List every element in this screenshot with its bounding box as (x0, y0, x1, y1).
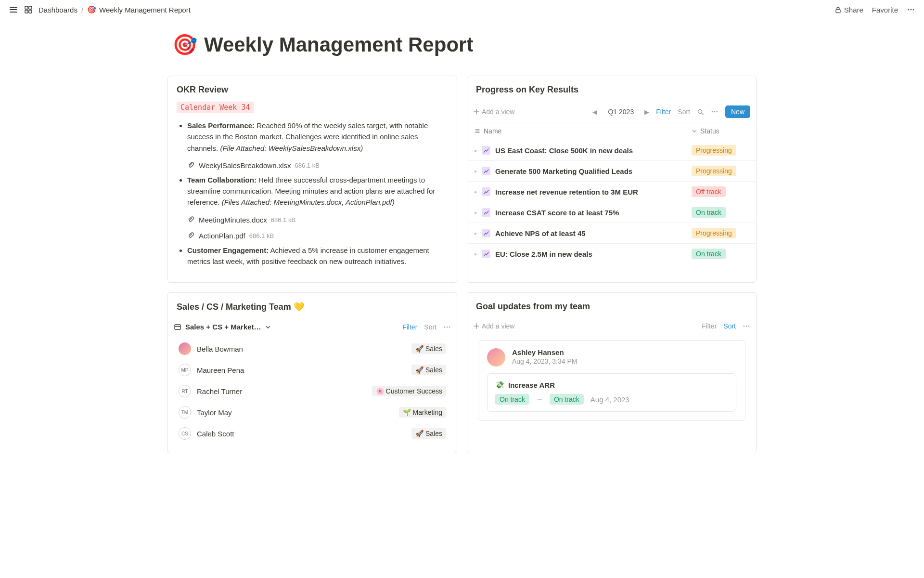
kr-name: ●EU: Close 2.5M in new deals (474, 250, 692, 258)
avatar: RT (179, 385, 191, 397)
okr-review-body: Calendar Week 34 Sales Performance: Reac… (168, 102, 457, 280)
tag-emoji: 🚀 (415, 345, 424, 353)
tag-label: Sales (425, 430, 442, 437)
svg-rect-3 (29, 10, 32, 13)
updates-toolbar: Add a view Filter Sort (467, 318, 756, 334)
breadcrumb: Dashboards / 🎯 Weekly Management Report (38, 5, 191, 14)
okr-item: Sales Performance: Reached 90% of the we… (187, 120, 448, 154)
kr-row[interactable]: ●Generate 500 Marketing Qualified LeadsP… (467, 161, 756, 182)
kr-status: On track (692, 249, 749, 259)
bullet-icon: ● (474, 251, 477, 257)
tag-emoji: 🌱 (403, 408, 411, 416)
team-card: Sales / CS / Marketing Team 💛 Sales + CS… (167, 292, 457, 453)
page-title: 🎯 Weekly Management Report (172, 33, 757, 56)
tag-label: Sales (425, 366, 442, 374)
dashboards-icon[interactable] (24, 5, 33, 14)
team-view-selector[interactable]: Sales + CS + Market… (174, 323, 271, 331)
updates-filter-button[interactable]: Filter (702, 322, 717, 330)
bullet-icon: ● (474, 148, 477, 153)
menu-icon[interactable] (9, 5, 18, 14)
attachment[interactable]: ActionPlan.pdf686.1 kB (187, 229, 448, 245)
col-name-label[interactable]: Name (484, 127, 501, 135)
breadcrumb-current-label: Weekly Management Report (99, 6, 191, 14)
kr-row[interactable]: ●Achieve NPS of at least 45Progressing (467, 223, 756, 244)
kr-row[interactable]: ●Increase net revenue retention to 3M EU… (467, 182, 756, 202)
sort-button[interactable]: Sort (678, 108, 690, 116)
col-status-label[interactable]: Status (700, 127, 719, 135)
svg-point-16 (744, 326, 745, 327)
kr-row[interactable]: ●EU: Close 2.5M in new dealsOn track (467, 244, 756, 264)
calendar-week-badge: Calendar Week 34 (177, 102, 254, 113)
chart-icon (482, 167, 490, 175)
chart-icon (482, 146, 490, 155)
update-inner: 💸 Increase ARR On track → On track Aug 4… (487, 373, 736, 412)
filter-button[interactable]: Filter (656, 108, 671, 116)
okr-review-title: OKR Review (168, 76, 457, 102)
page-emoji[interactable]: 🎯 (172, 33, 197, 56)
attachment[interactable]: WeekylSalesBreakdown.xlsx686.1 kB (187, 158, 448, 174)
team-row[interactable]: RTRachel Turner🌸Customer Success (177, 381, 448, 402)
attachment-name: MeetingMinutes.docx (199, 216, 267, 224)
update-entry[interactable]: Ashley Hansen Aug 4, 2023, 3:34 PM 💸 Inc… (478, 340, 745, 421)
updates-sort-button[interactable]: Sort (723, 322, 736, 330)
svg-rect-4 (836, 9, 840, 13)
updates-add-view-button[interactable]: Add a view (473, 322, 514, 330)
kr-status: On track (692, 207, 749, 218)
team-row[interactable]: CSCaleb Scott🚀Sales (177, 423, 448, 444)
breadcrumb-current[interactable]: 🎯 Weekly Management Report (87, 5, 191, 14)
topbar: Dashboards / 🎯 Weekly Management Report … (0, 0, 924, 19)
tag-emoji: 🚀 (415, 430, 424, 437)
goal-emoji: 💸 (495, 381, 504, 389)
update-date: Aug 4, 2023 (590, 395, 629, 404)
chevron-down-icon (692, 128, 697, 134)
kr-toolbar: Add a view ◀ Q1 2023 ▶ Filter Sort New (467, 102, 756, 122)
status-badge: On track (692, 249, 726, 259)
attachment-size: 686.1 kB (295, 162, 319, 169)
share-button[interactable]: Share (834, 6, 863, 14)
more-icon[interactable] (711, 108, 719, 116)
page-title-text: Weekly Management Report (204, 33, 473, 56)
status-badge: Off track (692, 186, 726, 197)
team-filter-button[interactable]: Filter (402, 323, 417, 331)
kr-row[interactable]: ●Increase CSAT score to at least 75%On t… (467, 202, 756, 223)
attachment-name: ActionPlan.pdf (199, 232, 245, 240)
attachment[interactable]: MeetingMinutes.docx686.1 kB (187, 213, 448, 229)
attachment-name: WeekylSalesBreakdown.xlsx (199, 161, 291, 170)
svg-point-9 (712, 111, 713, 113)
kr-name-text: EU: Close 2.5M in new deals (495, 250, 592, 258)
member-tag: 🚀Sales (411, 365, 446, 375)
team-toolbar: Sales + CS + Market… Filter Sort (168, 319, 457, 335)
favorite-button[interactable]: Favorite (872, 6, 898, 14)
breadcrumb-root[interactable]: Dashboards (38, 6, 77, 14)
team-row[interactable]: MPMaureen Pena🚀Sales (177, 359, 448, 381)
team-sort-button[interactable]: Sort (424, 323, 436, 331)
team-more-icon[interactable] (443, 323, 451, 331)
kr-name-text: US East Coast: Close 500K in new deals (495, 146, 633, 155)
kr-row[interactable]: ●US East Coast: Close 500K in new dealsP… (467, 140, 756, 161)
goal-name: Increase ARR (508, 381, 555, 389)
period-label[interactable]: Q1 2023 (604, 108, 638, 116)
add-view-button[interactable]: Add a view (473, 108, 514, 116)
chart-icon (482, 187, 490, 196)
member-name: Caleb Scott (197, 430, 234, 438)
kr-name-text: Generate 500 Marketing Qualified Leads (495, 167, 632, 175)
more-icon[interactable] (907, 5, 915, 14)
team-title: Sales / CS / Marketing Team 💛 (168, 293, 457, 319)
kr-name-text: Increase CSAT score to at least 75% (495, 209, 619, 217)
svg-rect-2 (25, 10, 28, 13)
status-to: On track (550, 394, 584, 405)
team-row[interactable]: Bella Bowman🚀Sales (177, 338, 448, 359)
chevron-down-icon (265, 324, 271, 330)
update-status-row: On track → On track Aug 4, 2023 (495, 394, 728, 405)
update-goal[interactable]: 💸 Increase ARR (495, 381, 728, 389)
okr-list: Sales Performance: Reached 90% of the we… (177, 120, 448, 267)
updates-more-icon[interactable] (743, 322, 750, 330)
period-prev-icon[interactable]: ◀ (592, 108, 597, 116)
tag-label: Customer Success (386, 387, 442, 395)
period-next-icon[interactable]: ▶ (644, 108, 649, 116)
team-row[interactable]: TMTaylor May🌱Marketing (177, 402, 448, 423)
kr-name: ●Increase net revenue retention to 3M EU… (474, 187, 692, 196)
member-tag: 🚀Sales (411, 343, 446, 354)
search-icon[interactable] (697, 108, 704, 116)
new-button[interactable]: New (725, 105, 750, 118)
